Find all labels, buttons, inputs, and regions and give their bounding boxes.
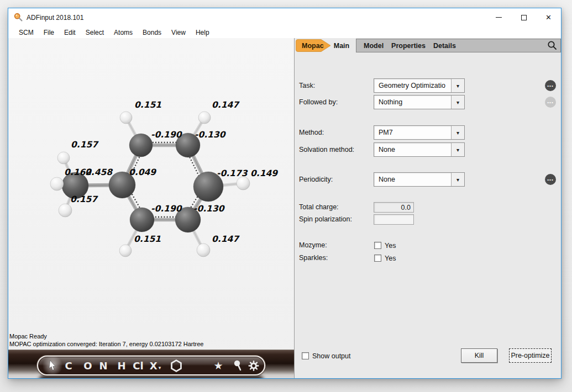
followed-by-dropdown[interactable]: Nothing ▾ bbox=[374, 95, 465, 109]
menu-scm[interactable]: SCM bbox=[14, 28, 39, 38]
menu-view[interactable]: View bbox=[166, 28, 191, 38]
charge-label: 0.151 bbox=[134, 234, 161, 244]
tab-mopac[interactable]: Mopac bbox=[296, 39, 331, 52]
menu-atoms[interactable]: Atoms bbox=[109, 28, 138, 38]
mozyme-checkbox-label: Yes bbox=[385, 242, 396, 250]
element-cl-button-label: Cl bbox=[133, 360, 143, 372]
tab-details[interactable]: Details bbox=[429, 42, 460, 50]
solvation-method-value: None bbox=[379, 143, 395, 156]
element-o-button[interactable]: O bbox=[83, 357, 92, 374]
periodicity-more-options-button[interactable]: ••• bbox=[545, 174, 556, 185]
element-cl-button[interactable]: Cl bbox=[133, 357, 143, 374]
menu-help[interactable]: Help bbox=[191, 28, 214, 38]
status-line-2: MOPAC optimization converged: Iteration … bbox=[9, 341, 203, 347]
method-label: Method: bbox=[299, 125, 324, 140]
periodicity-dropdown[interactable]: None ▾ bbox=[374, 172, 465, 187]
charge-label: 0.149 bbox=[250, 168, 278, 178]
spin-polarization-input[interactable] bbox=[374, 214, 414, 225]
maximize-icon bbox=[521, 15, 527, 20]
atom-h4[interactable] bbox=[237, 177, 250, 190]
select-cursor-tool[interactable] bbox=[48, 357, 56, 374]
menubar: SCMFileEditSelectAtomsBondsViewHelp bbox=[8, 27, 561, 38]
solvation-method-label: Solvation method: bbox=[299, 142, 354, 157]
menu-file[interactable]: File bbox=[39, 28, 59, 38]
periodicity-label: Periodicity: bbox=[299, 172, 333, 187]
element-x-button[interactable]: X▾ bbox=[150, 357, 161, 374]
charge-label: -0.190 bbox=[151, 204, 183, 214]
pointer-tool-button[interactable] bbox=[233, 357, 242, 374]
method-dropdown[interactable]: PM7 ▾ bbox=[374, 125, 465, 140]
minimize-button[interactable] bbox=[486, 8, 511, 27]
tab-model[interactable]: Model bbox=[360, 42, 387, 50]
atom-h5[interactable] bbox=[197, 243, 210, 257]
show-output-label: Show output bbox=[312, 352, 351, 360]
charge-label: 0.157 bbox=[70, 194, 98, 204]
sparkles-checkbox[interactable] bbox=[374, 255, 381, 262]
chevron-down-icon[interactable]: ▾ bbox=[451, 126, 464, 139]
pin-icon bbox=[233, 360, 242, 371]
tab-mopac-label: Mopac bbox=[302, 42, 324, 50]
task-value: Geometry Optimizatio bbox=[379, 79, 445, 92]
solvation-method-dropdown[interactable]: None ▾ bbox=[374, 142, 465, 157]
settings-tool-button[interactable] bbox=[248, 357, 260, 374]
chevron-down-icon[interactable]: ▾ bbox=[451, 143, 464, 156]
task-more-options-button[interactable]: ••• bbox=[545, 80, 556, 91]
tabstrip: Mopac Main ModelPropertiesDetails bbox=[295, 38, 561, 53]
menu-bonds[interactable]: Bonds bbox=[138, 28, 166, 38]
element-n-button[interactable]: N bbox=[99, 357, 107, 374]
chevron-down-icon[interactable]: ▾ bbox=[451, 96, 464, 109]
app-logo-icon bbox=[14, 13, 23, 22]
periodicity-value: None bbox=[379, 173, 395, 186]
hexagon-icon bbox=[170, 359, 183, 372]
element-h-button[interactable]: H bbox=[117, 357, 125, 374]
atom-h_me1[interactable] bbox=[57, 152, 70, 164]
atom-h_me3[interactable] bbox=[59, 204, 72, 217]
menu-select[interactable]: Select bbox=[81, 28, 109, 38]
total-charge-input[interactable] bbox=[374, 202, 414, 213]
chevron-down-icon[interactable]: ▾ bbox=[451, 79, 464, 92]
followed-by-value: Nothing bbox=[379, 96, 402, 109]
charge-label: -0.130 bbox=[195, 130, 227, 140]
tab-main[interactable]: Main bbox=[329, 39, 354, 52]
charge-label: 0.151 bbox=[134, 100, 161, 110]
star-icon: ★ bbox=[213, 359, 223, 372]
structures-tool-button[interactable]: ★ bbox=[213, 357, 223, 374]
titlebar[interactable]: ADFinput 2018.101 ✕ bbox=[8, 8, 561, 27]
chevron-down-icon[interactable]: ▾ bbox=[451, 173, 464, 186]
task-label: Task: bbox=[299, 78, 315, 93]
task-dropdown[interactable]: Geometry Optimizatio ▾ bbox=[374, 78, 465, 93]
mozyme-checkbox[interactable] bbox=[374, 242, 381, 249]
atom-h_me2[interactable] bbox=[50, 177, 64, 190]
sparkles-label: Sparkles: bbox=[299, 251, 328, 265]
atom-h3[interactable] bbox=[198, 112, 211, 124]
atom-h6[interactable] bbox=[119, 245, 132, 257]
window-title: ADFinput 2018.101 bbox=[27, 14, 83, 22]
menu-edit[interactable]: Edit bbox=[59, 28, 81, 38]
kill-button[interactable]: Kill bbox=[461, 348, 497, 363]
status-line-1: Mopac Ready bbox=[9, 333, 47, 340]
element-c-button[interactable]: C bbox=[65, 357, 72, 374]
chevron-down-icon[interactable]: ▾ bbox=[159, 365, 161, 370]
cursor-icon bbox=[48, 361, 56, 371]
spin-polarization-label: Spin polarization: bbox=[299, 212, 352, 226]
desktop-background: ADFinput 2018.101 ✕ SCMFileEditSelectAto… bbox=[0, 0, 572, 392]
molecule-viewport[interactable]: 0.1510.147-0.190-0.1300.1570.1620.4580.0… bbox=[8, 38, 294, 378]
ring-tool-button[interactable] bbox=[170, 357, 183, 374]
ellipsis-icon: ••• bbox=[547, 83, 553, 88]
pre-optimize-button[interactable]: Pre-optimize bbox=[509, 348, 552, 363]
show-output-checkbox[interactable] bbox=[302, 352, 309, 359]
close-icon: ✕ bbox=[545, 14, 552, 21]
maximize-button[interactable] bbox=[511, 8, 536, 27]
molecule-svg[interactable]: 0.1510.147-0.190-0.1300.1570.1620.4580.0… bbox=[8, 38, 294, 349]
close-button[interactable]: ✕ bbox=[536, 8, 561, 27]
element-n-button-label: N bbox=[99, 360, 107, 372]
gear-icon bbox=[248, 360, 260, 372]
atom-h2[interactable] bbox=[120, 112, 132, 124]
tab-properties[interactable]: Properties bbox=[387, 42, 429, 50]
element-h-button-label: H bbox=[117, 360, 125, 372]
charge-label: 0.049 bbox=[129, 167, 156, 177]
search-icon[interactable] bbox=[547, 40, 557, 50]
tab-group-secondary: ModelPropertiesDetails bbox=[356, 39, 561, 52]
atom-c2[interactable] bbox=[129, 134, 153, 157]
charge-label: 0.157 bbox=[71, 140, 99, 150]
